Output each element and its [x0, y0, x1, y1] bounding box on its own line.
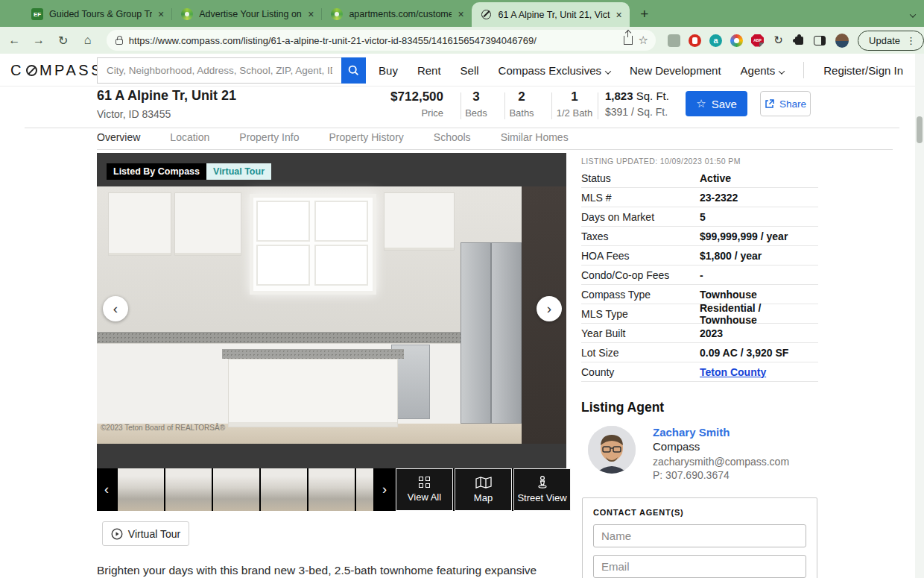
section-divider: [25, 128, 899, 128]
nav-sell[interactable]: Sell: [461, 64, 479, 77]
nav-rent[interactable]: Rent: [417, 64, 441, 77]
google-extension-icon[interactable]: [730, 34, 743, 47]
agent-avatar[interactable]: [588, 426, 636, 474]
tab-property-history[interactable]: Property History: [329, 131, 403, 149]
close-icon[interactable]: ×: [458, 9, 463, 19]
carousel-prev-button[interactable]: ‹: [103, 296, 128, 321]
close-icon[interactable]: ×: [158, 9, 164, 19]
address-bar[interactable]: https://www.compass.com/listing/61-a-alp…: [107, 30, 656, 51]
extension-a-icon[interactable]: a: [709, 34, 722, 47]
extension-icon-gray[interactable]: [668, 34, 680, 47]
contact-email-input[interactable]: [593, 555, 806, 578]
home-button[interactable]: ⌂: [77, 30, 98, 51]
compass-logo[interactable]: CMPASS: [10, 62, 104, 79]
listing-address: 61 A Alpine Tr, Unit 21: [97, 88, 236, 104]
listing-updated-label: LISTING UPDATED: 10/09/2023 01:50 PM: [581, 157, 741, 166]
pinwheel-favicon: [181, 8, 193, 20]
bookmark-star-icon[interactable]: ☆: [639, 34, 648, 47]
photo-bottom-bar: [97, 444, 566, 468]
share-button[interactable]: Share: [760, 91, 811, 116]
contact-name-input[interactable]: [593, 524, 806, 547]
street-view-button[interactable]: Street View: [513, 468, 571, 511]
thumbnails-prev-button[interactable]: ‹: [97, 468, 116, 511]
browser-tab-active-compass[interactable]: 61 A Alpine Tr, Unit 21, Victor, ×: [472, 2, 630, 27]
search-input[interactable]: [97, 57, 341, 84]
nav-agents[interactable]: Agents: [741, 64, 785, 77]
logo-text-c: C: [10, 62, 24, 79]
fact-row-county: CountyTeton County: [581, 362, 818, 382]
lock-icon[interactable]: [116, 39, 123, 45]
contact-agents-panel: CONTACT AGENT(S): [582, 497, 817, 578]
adblock-hand-icon[interactable]: [689, 34, 701, 47]
play-icon: [111, 528, 123, 540]
browser-tab-advertise-listing[interactable]: Advertise Your Listing on the A ×: [172, 1, 321, 27]
nav-buy[interactable]: Buy: [379, 64, 398, 77]
tab-similar-homes[interactable]: Similar Homes: [501, 131, 569, 149]
thumbnails-next-button[interactable]: ›: [375, 468, 394, 511]
browser-toolbar: ← → ↻ ⌂ https://www.compass.com/listing/…: [0, 27, 924, 54]
map-button[interactable]: Map: [455, 468, 512, 511]
new-tab-button[interactable]: +: [634, 4, 655, 25]
close-icon[interactable]: ×: [308, 9, 314, 19]
nav-compass-exclusives[interactable]: Compass Exclusives: [499, 64, 610, 77]
tab-location[interactable]: Location: [170, 131, 209, 149]
page-scrollbar[interactable]: [915, 54, 924, 578]
agent-phone: P: 307.690.3674: [653, 469, 730, 481]
browser-tab-apartments[interactable]: apartments.com/customers/lis ×: [322, 1, 471, 27]
browser-tab-guided-tours[interactable]: EF Guided Tours & Group Travel T ×: [22, 1, 171, 27]
search-button[interactable]: [341, 57, 366, 84]
share-page-icon[interactable]: [624, 36, 633, 45]
chrome-update-button[interactable]: Update ⋮: [858, 31, 924, 51]
tab-property-info[interactable]: Property Info: [239, 131, 299, 149]
compass-o-icon: [26, 65, 37, 76]
fact-row-hoa-fees: HOA Fees$1,800 / year: [581, 246, 818, 266]
photo-thumbnail[interactable]: [118, 468, 164, 511]
search-icon: [348, 65, 359, 76]
contact-agents-heading: CONTACT AGENT(S): [593, 508, 806, 517]
baths-stat: 2 Baths: [506, 89, 537, 119]
nav-new-development[interactable]: New Development: [630, 64, 721, 77]
photo-thumbnail[interactable]: [261, 468, 307, 511]
main-listing-photo[interactable]: Listed By Compass Virtual Tour ‹ › ©2023…: [97, 153, 566, 444]
tab-overview[interactable]: Overview: [97, 131, 140, 149]
fact-row-year-built: Year Built2023: [581, 324, 818, 343]
close-icon[interactable]: ×: [616, 10, 622, 20]
forward-button[interactable]: →: [29, 30, 49, 51]
tab-schools[interactable]: Schools: [434, 131, 471, 149]
carousel-next-button[interactable]: ›: [537, 296, 562, 321]
fact-row-mls: MLS #23-2322: [581, 188, 818, 207]
agent-photo: [588, 426, 636, 474]
reload-button[interactable]: ↻: [53, 30, 73, 51]
sync-extension-icon[interactable]: ↻: [772, 34, 785, 47]
thumbnail-strip: ‹ › View All Map Street View: [97, 468, 566, 511]
photo-thumbnail[interactable]: [356, 468, 373, 511]
save-button[interactable]: ☆ Save: [686, 91, 747, 116]
grid-icon: [419, 477, 430, 488]
photo-thumbnail[interactable]: [213, 468, 259, 511]
agent-name-link[interactable]: Zachary Smith: [653, 426, 730, 439]
nav-register-sign-in[interactable]: Register/Sign In: [823, 64, 903, 77]
back-button[interactable]: ←: [4, 30, 25, 51]
side-panel-icon[interactable]: [814, 34, 826, 47]
photo-watermark: ©2023 Teton Board of REALTORSÂ®: [101, 424, 225, 432]
tab-search-chevron-icon[interactable]: [906, 7, 915, 21]
status-value: Active: [700, 172, 731, 184]
update-label: Update: [869, 35, 900, 46]
url-text[interactable]: https://www.compass.com/listing/61-a-alp…: [129, 35, 618, 46]
virtual-tour-badge[interactable]: Virtual Tour: [206, 163, 271, 180]
browser-profile-avatar[interactable]: [835, 34, 849, 48]
county-link[interactable]: Teton County: [700, 366, 766, 378]
extensions-puzzle-icon[interactable]: [793, 34, 806, 47]
abp-extension-icon[interactable]: ABP1: [751, 34, 764, 47]
listing-city-state-zip: Victor, ID 83455: [97, 108, 171, 120]
pinwheel-favicon: [331, 8, 343, 20]
photo-thumbnail[interactable]: [165, 468, 212, 511]
stat-divider: [598, 92, 598, 119]
view-all-button[interactable]: View All: [396, 468, 453, 511]
kebab-menu-icon[interactable]: ⋮: [906, 35, 916, 46]
photo-thumbnail[interactable]: [308, 468, 355, 511]
tab-title: 61 A Alpine Tr, Unit 21, Victor,: [499, 10, 610, 20]
agent-email[interactable]: zacharysmith@compass.com: [653, 456, 789, 468]
scrollbar-thumb[interactable]: [917, 116, 923, 143]
virtual-tour-button[interactable]: Virtual Tour: [102, 521, 189, 546]
